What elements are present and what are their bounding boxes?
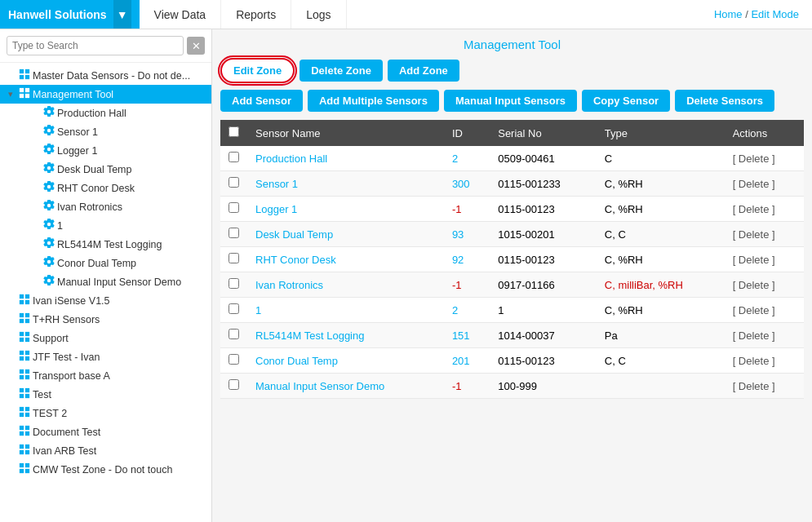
- management-tool-header: Management Tool: [220, 38, 804, 51]
- sensor-name-link[interactable]: Logger 1: [255, 203, 297, 215]
- svg-rect-44: [20, 463, 24, 467]
- nav-logs[interactable]: Logs: [291, 0, 346, 29]
- sidebar-item-mgmt[interactable]: ▾Management Tool: [0, 85, 211, 104]
- nav-edit-mode-link[interactable]: Edit Mode: [751, 8, 799, 20]
- manual-input-button[interactable]: Manual Input Sensors: [444, 90, 577, 112]
- col-header-type: Type: [597, 120, 725, 146]
- delete-sensor-link[interactable]: [ Delete ]: [733, 380, 775, 392]
- sidebar-item-rht-conor[interactable]: RHT Conor Desk: [0, 179, 211, 197]
- sensor-serial: 1: [490, 298, 597, 323]
- sidebar-item-prod-hall[interactable]: Production Hall: [0, 104, 211, 122]
- delete-sensors-button[interactable]: Delete Sensors: [675, 90, 774, 112]
- sidebar-item-ivan-rot[interactable]: Ivan Rotronics: [0, 197, 211, 216]
- sensor-serial: 1015-00201: [490, 222, 597, 247]
- select-all-checkbox[interactable]: [229, 126, 239, 137]
- row-checkbox[interactable]: [229, 253, 239, 263]
- sidebar-item-master[interactable]: Master Data Sensors - Do not de...: [0, 66, 211, 85]
- svg-rect-41: [25, 445, 29, 449]
- sidebar-item-test[interactable]: Test: [0, 385, 211, 404]
- table-row: Sensor 13000115-001233C, %RH[ Delete ]: [220, 171, 804, 197]
- delete-sensor-link[interactable]: [ Delete ]: [733, 355, 775, 367]
- copy-sensor-button[interactable]: Copy Sensor: [582, 90, 670, 112]
- grid-icon: [16, 294, 33, 307]
- sensor-name-link[interactable]: RL5414M Test Logging: [255, 330, 364, 342]
- svg-rect-32: [20, 407, 24, 411]
- grid-icon: [16, 87, 33, 101]
- sensor-id: 201: [452, 355, 470, 367]
- sidebar-item-ivan-arb[interactable]: Ivan ARB Test: [0, 441, 211, 460]
- content-area: Management Tool Edit Zone Delete Zone Ad…: [212, 29, 812, 522]
- sensor-name-link[interactable]: RHT Conor Desk: [255, 254, 336, 266]
- row-checkbox[interactable]: [229, 303, 239, 314]
- col-header-serial: Serial No: [490, 120, 597, 146]
- sidebar-item-ivan-isense[interactable]: Ivan iSense V1.5: [0, 291, 211, 310]
- brand-dropdown-arrow[interactable]: ▼: [113, 0, 131, 29]
- sidebar-item-sensor1[interactable]: Sensor 1: [0, 122, 211, 141]
- sensor-name-link[interactable]: Conor Dual Temp: [255, 355, 338, 367]
- sidebar-item-desk-dual[interactable]: Desk Dual Temp: [0, 160, 211, 179]
- tree-item-label-transport: Transport base A: [33, 370, 208, 382]
- sidebar-item-logger1[interactable]: Logger 1: [0, 141, 211, 160]
- sidebar-item-rl5414m[interactable]: RL5414M Test Logging: [0, 235, 211, 254]
- sidebar-item-cmw[interactable]: CMW Test Zone - Do not touch: [0, 460, 211, 479]
- sensor-name-link[interactable]: Production Hall: [255, 153, 327, 165]
- delete-sensor-link[interactable]: [ Delete ]: [733, 153, 775, 165]
- sidebar-item-transport[interactable]: Transport base A: [0, 366, 211, 385]
- delete-sensor-link[interactable]: [ Delete ]: [733, 228, 775, 241]
- row-checkbox[interactable]: [229, 278, 239, 289]
- nav-home-link[interactable]: Home: [714, 8, 743, 20]
- tree-item-label-mgmt: Management Tool: [33, 89, 208, 100]
- search-clear-button[interactable]: ✕: [187, 37, 205, 55]
- sensor-name-link[interactable]: Desk Dual Temp: [255, 228, 333, 241]
- row-checkbox[interactable]: [229, 379, 239, 390]
- svg-rect-2: [20, 75, 24, 79]
- sidebar-item-test2[interactable]: TEST 2: [0, 404, 211, 422]
- row-checkbox[interactable]: [229, 152, 239, 162]
- sidebar-item-jtf[interactable]: JTF Test - Ivan: [0, 347, 211, 366]
- sidebar-item-trh[interactable]: T+RH Sensors: [0, 310, 211, 329]
- sidebar-item-one[interactable]: 1: [0, 216, 211, 235]
- delete-sensor-link[interactable]: [ Delete ]: [733, 279, 775, 291]
- edit-zone-button[interactable]: Edit Zone: [220, 58, 295, 83]
- brand[interactable]: Hanwell Solutions ▼: [0, 0, 140, 29]
- delete-sensor-link[interactable]: [ Delete ]: [733, 304, 775, 316]
- nav-reports[interactable]: Reports: [221, 0, 291, 29]
- add-zone-button[interactable]: Add Zone: [388, 60, 459, 82]
- delete-sensor-link[interactable]: [ Delete ]: [733, 254, 775, 266]
- sidebar-item-support[interactable]: Support: [0, 329, 211, 347]
- sensor-id: 93: [452, 228, 464, 241]
- sensor-type: C, %RH: [597, 247, 725, 272]
- svg-rect-1: [25, 69, 29, 73]
- tree-item-label-prod-hall: Production Hall: [57, 108, 208, 119]
- row-checkbox[interactable]: [229, 202, 239, 213]
- nav-view-data[interactable]: View Data: [140, 0, 222, 29]
- svg-rect-0: [20, 69, 24, 73]
- sensor-name-link[interactable]: 1: [255, 304, 261, 316]
- sidebar-item-doc-test[interactable]: Document Test: [0, 422, 211, 441]
- svg-rect-13: [25, 313, 29, 317]
- svg-rect-30: [20, 394, 24, 398]
- delete-sensor-link[interactable]: [ Delete ]: [733, 178, 775, 190]
- add-sensor-button[interactable]: Add Sensor: [220, 90, 303, 112]
- delete-sensor-link[interactable]: [ Delete ]: [733, 330, 775, 342]
- sidebar-item-manual-demo[interactable]: Manual Input Sensor Demo: [0, 272, 211, 291]
- row-checkbox[interactable]: [229, 177, 239, 188]
- delete-zone-button[interactable]: Delete Zone: [300, 60, 383, 82]
- row-checkbox[interactable]: [229, 228, 239, 238]
- add-multiple-button[interactable]: Add Multiple Sensors: [308, 90, 439, 112]
- row-checkbox[interactable]: [229, 354, 239, 365]
- delete-sensor-link[interactable]: [ Delete ]: [733, 203, 775, 215]
- search-input[interactable]: [7, 36, 184, 55]
- grid-icon: [16, 425, 33, 439]
- sensor-serial: 0115-00123: [490, 348, 597, 374]
- svg-rect-28: [20, 388, 24, 392]
- sensor-name-link[interactable]: Manual Input Sensor Demo: [255, 380, 384, 392]
- sidebar-item-conor-dual[interactable]: Conor Dual Temp: [0, 254, 211, 272]
- sensor-type: C, milliBar, %RH: [597, 272, 725, 298]
- sensor-name-link[interactable]: Sensor 1: [255, 178, 298, 190]
- grid-icon: [16, 387, 33, 401]
- grid-icon: [16, 350, 33, 364]
- sensor-name-link[interactable]: Ivan Rotronics: [255, 279, 323, 291]
- row-checkbox[interactable]: [229, 329, 239, 339]
- svg-rect-5: [25, 88, 29, 92]
